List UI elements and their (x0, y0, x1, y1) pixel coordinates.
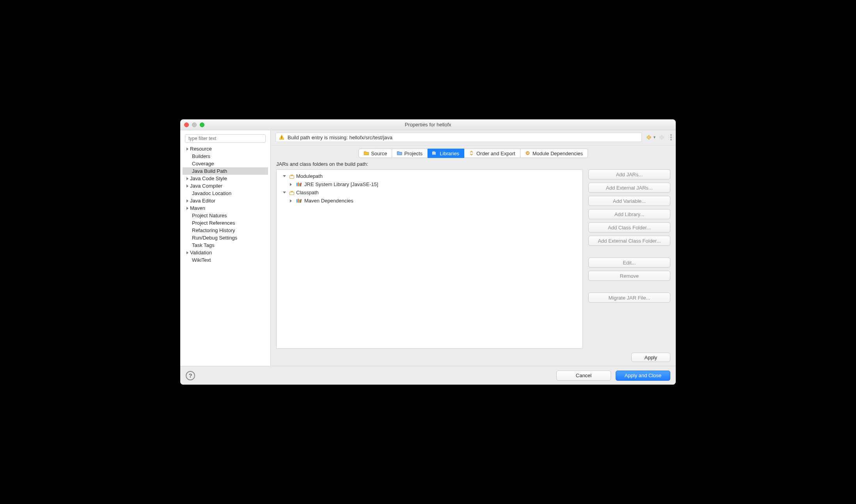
sidebar-item-label: Java Build Path (192, 168, 227, 174)
add-library-button[interactable]: Add Library... (588, 209, 670, 219)
tree-node-classpath[interactable]: Classpath (278, 188, 581, 197)
migrate-jar-button[interactable]: Migrate JAR File... (588, 293, 670, 303)
add-external-jars-button[interactable]: Add External JARs... (588, 183, 670, 193)
back-button[interactable] (645, 134, 652, 141)
sidebar-item-task-tags[interactable]: Task Tags (183, 241, 268, 249)
content-area: Build path entry is missing: hellofx/src… (271, 130, 676, 366)
svg-rect-8 (297, 183, 298, 186)
sidebar-item-label: Refactoring History (192, 227, 235, 233)
sidebar-item-maven[interactable]: Maven (183, 204, 268, 212)
apply-and-close-button[interactable]: Apply and Close (616, 371, 670, 381)
validation-message-text: Build path entry is missing: hellofx/src… (288, 135, 392, 140)
properties-dialog: Properties for hellofx ResourceBuildersC… (180, 119, 676, 385)
category-sidebar: ResourceBuildersCoverageJava Build PathJ… (180, 130, 271, 366)
add-class-folder-button[interactable]: Add Class Folder... (588, 222, 670, 232)
chevron-right-icon (290, 183, 293, 186)
sidebar-item-label: Java Compiler (190, 183, 222, 189)
sidebar-item-label: Java Code Style (190, 176, 227, 181)
library-icon (297, 199, 303, 203)
tree-node-maven[interactable]: Maven Dependencies (278, 197, 581, 205)
add-jars-button[interactable]: Add JARs... (588, 169, 670, 179)
apply-button[interactable]: Apply (631, 353, 670, 362)
sidebar-item-project-references[interactable]: Project References (183, 219, 268, 227)
category-tree[interactable]: ResourceBuildersCoverageJava Build PathJ… (183, 145, 268, 264)
sidebar-item-label: Run/Debug Settings (192, 235, 237, 241)
classpath-icon (289, 190, 295, 195)
tab-libraries[interactable]: Libraries (428, 149, 464, 158)
tab-label: Libraries (440, 151, 459, 156)
remove-button[interactable]: Remove (588, 271, 670, 281)
svg-rect-4 (435, 152, 435, 154)
add-variable-button[interactable]: Add Variable... (588, 196, 670, 206)
tree-node-modulepath[interactable]: Modulepath (278, 172, 581, 180)
sidebar-item-java-code-style[interactable]: Java Code Style (183, 175, 268, 182)
sidebar-item-builders[interactable]: Builders (183, 153, 268, 160)
chevron-down-icon (283, 175, 286, 177)
library-actions: Add JARs... Add External JARs... Add Var… (588, 169, 670, 349)
source-icon (364, 151, 369, 156)
tab-order-and-export[interactable]: Order and Export (464, 149, 520, 158)
sidebar-item-java-compiler[interactable]: Java Compiler (183, 182, 268, 190)
build-path-tabs: SourceProjectsLibrariesOrder and ExportM… (271, 146, 676, 158)
dialog-footer: ? Cancel Apply and Close (180, 366, 676, 385)
tree-node-jre[interactable]: JRE System Library [JavaSE-15] (278, 180, 581, 188)
tab-label: Source (371, 151, 387, 156)
libraries-tree[interactable]: Modulepath (276, 169, 583, 349)
sidebar-item-refactoring-history[interactable]: Refactoring History (183, 227, 268, 234)
edit-button[interactable]: Edit... (588, 257, 670, 268)
tree-label: Modulepath (296, 173, 323, 179)
warning-icon (279, 135, 284, 140)
svg-rect-14 (298, 199, 299, 202)
svg-rect-1 (281, 138, 282, 139)
view-menu-button[interactable] (670, 134, 672, 140)
sidebar-item-label: Coverage (192, 161, 214, 167)
tab-label: Order and Export (476, 151, 515, 156)
sidebar-item-label: Builders (192, 153, 210, 159)
svg-rect-9 (298, 182, 299, 186)
history-nav: ▼ (645, 134, 672, 141)
svg-rect-2 (432, 152, 433, 155)
sidebar-item-label: Project Natures (192, 213, 227, 218)
modulepath-icon (289, 174, 295, 179)
sidebar-item-java-build-path[interactable]: Java Build Path (183, 167, 268, 175)
tab-projects[interactable]: Projects (392, 149, 428, 158)
library-icon (297, 182, 303, 187)
sidebar-item-label: WikiText (192, 257, 211, 263)
cancel-button[interactable]: Cancel (556, 371, 611, 381)
projects-icon (397, 151, 402, 156)
validation-message: Build path entry is missing: hellofx/src… (275, 133, 642, 142)
tab-source[interactable]: Source (359, 149, 392, 158)
tab-module-dependencies[interactable]: MModule Dependencies (520, 149, 588, 158)
libraries-icon (432, 151, 438, 156)
sidebar-item-java-editor[interactable]: Java Editor (183, 197, 268, 204)
window-title: Properties for hellofx (180, 122, 676, 128)
sidebar-item-label: Validation (190, 250, 212, 256)
svg-rect-3 (433, 151, 434, 155)
sidebar-item-javadoc-location[interactable]: Javadoc Location (183, 190, 268, 197)
tab-label: Projects (404, 151, 423, 156)
forward-button (659, 134, 666, 141)
chevron-right-icon (290, 199, 293, 202)
sidebar-item-label: Javadoc Location (192, 190, 231, 196)
svg-rect-0 (281, 136, 282, 138)
svg-text:M: M (526, 151, 529, 155)
sidebar-item-validation[interactable]: Validation (183, 249, 268, 256)
help-button[interactable]: ? (186, 371, 195, 380)
sidebar-item-wikitext[interactable]: WikiText (183, 256, 268, 264)
sidebar-item-run-debug-settings[interactable]: Run/Debug Settings (183, 234, 268, 241)
back-menu-chevron[interactable]: ▼ (653, 135, 656, 139)
order-and-export-icon (469, 151, 474, 156)
chevron-down-icon (283, 192, 286, 193)
tab-label: Module Dependencies (533, 151, 583, 156)
tree-label: Classpath (296, 190, 319, 195)
svg-rect-13 (297, 199, 298, 202)
filter-input[interactable] (185, 134, 266, 143)
sidebar-item-project-natures[interactable]: Project Natures (183, 212, 268, 219)
sidebar-item-resource[interactable]: Resource (183, 145, 268, 153)
tree-label: Maven Dependencies (304, 198, 353, 204)
section-heading: JARs and class folders on the build path… (276, 161, 670, 167)
sidebar-item-coverage[interactable]: Coverage (183, 160, 268, 167)
tree-label: JRE System Library [JavaSE-15] (304, 181, 378, 187)
add-external-class-folder-button[interactable]: Add External Class Folder... (588, 236, 670, 246)
sidebar-item-label: Task Tags (192, 242, 215, 248)
